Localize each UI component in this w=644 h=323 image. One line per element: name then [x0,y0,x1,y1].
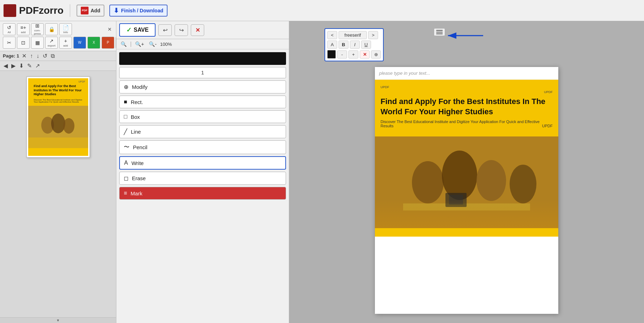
svg-point-10 [476,160,506,201]
undo-button[interactable]: ↩ [158,24,172,36]
export-button[interactable]: ↗ export [45,37,58,49]
next-thumbnail-button[interactable]: ▶ [11,62,16,69]
sidebar-scroll-bottom[interactable]: ▼ [0,317,116,323]
delete-page-button[interactable]: ✕ [21,53,27,59]
drawing-tools-list: 1 ⊕ Modify ■ Rect. □ Box ╱ Line 〜 Pencil [116,49,289,323]
zoom-fit-button[interactable]: 🔍 [119,41,128,48]
copy-page-button[interactable]: ⧉ [50,53,55,59]
compress-icon: ⊞ [35,23,40,29]
add2-button[interactable]: + add [59,37,72,49]
pdf-watermark: UPDF [542,124,553,128]
redo-button[interactable]: ↪ [175,24,188,36]
prev-thumbnail-button[interactable]: ◀ [3,62,8,69]
share-page-button[interactable]: ↗ [35,62,41,69]
hamburger-menu-button[interactable] [434,28,445,36]
modify-tool-button[interactable]: ⊕ Modify [119,80,286,93]
save-button[interactable]: ✓ SAVE [119,23,156,37]
move-text-button[interactable]: ⊕ [371,50,381,59]
copy-button[interactable]: ⊡ [17,37,30,49]
checkmark-icon: ✓ [126,26,132,34]
bold-button[interactable]: B [339,41,348,49]
text-formatting-toolbar: < freeserif > A B I U - + ✕ ⊕ [324,28,384,61]
zoom-out-button[interactable]: 🔍- [147,41,158,48]
close-toolbar-button[interactable]: ✕ [106,26,113,33]
cancel-button[interactable]: ✕ [191,24,204,36]
add2-label: add [63,44,68,48]
increase-size-button[interactable]: + [348,50,358,59]
finish-download-button[interactable]: ⬇ Finish / Download [109,5,168,17]
svg-point-9 [442,151,477,200]
color-picker[interactable] [119,52,286,65]
excel-btn[interactable]: X [87,37,100,49]
pdf-main-title: Find and Apply For the Best Institutes I… [381,97,553,117]
download-page-button[interactable]: ⬇ [18,62,24,69]
cut-button[interactable]: ✂ [3,37,16,49]
mark-label: Mark [130,190,142,196]
pdf-updf-top: UPDF [381,85,553,89]
pdf-updf-right: UPDF [381,90,553,94]
write-tool-button[interactable]: A Write [119,156,286,170]
mark-tool-button[interactable]: ≡ Mark [119,187,286,200]
compress-button[interactable]: ⊞ com- press [31,23,44,35]
line-tool-button[interactable]: ╱ Line [119,125,286,138]
erase-tool-button[interactable]: ◻ Erase [119,172,286,185]
add2-icon: + [64,38,67,44]
erase-label: Erase [132,175,146,181]
thumb-people-image [28,106,88,148]
thumb-header: UPDF Find and Apply For the Best Institu… [28,78,88,106]
file-info-button[interactable]: 📄 Info [59,23,72,35]
thumb-image [28,106,88,148]
logo-text: PDFzorro [19,5,63,16]
prev-font-button[interactable]: < [327,31,337,39]
letter-a-button[interactable]: A [327,41,337,49]
add-button[interactable]: PDF Add [77,5,104,17]
toolbar-strip: ↺ All ≡+ add ⊞ com- press 🔒 📄 Info [0,21,116,51]
pencil-label: Pencil [133,144,147,150]
next-font-button[interactable]: > [368,31,378,39]
add-pages-button[interactable]: ≡+ add [17,23,30,35]
thumb-subtitle: Discover The Best Educational Institute … [31,98,85,104]
modify-icon: ⊕ [124,84,128,90]
rotate-all-button[interactable]: ↺ All [3,23,16,35]
copy-icon: ⊡ [21,40,25,46]
finish-label: Finish / Download [121,8,163,13]
add-pages-icon: ≡+ [20,25,26,31]
italic-button[interactable]: I [350,41,360,49]
lock-icon: 🔒 [49,26,55,32]
rect-tool-button[interactable]: ■ Rect. [119,96,286,108]
grid-button[interactable]: ▦ [31,37,44,49]
ppt-btn[interactable]: P [102,37,114,49]
toolbar-row-1: ↺ All ≡+ add ⊞ com- press 🔒 📄 Info [3,23,113,35]
text-tb-style-row: A B I U [327,41,381,49]
lock-button[interactable]: 🔒 [45,23,58,35]
decrease-size-button[interactable]: - [337,50,347,59]
arrow-indicator [444,30,487,42]
box-icon: □ [124,114,127,120]
font-size-input[interactable]: 1 [119,67,286,78]
info-label: Info [63,31,68,34]
edit-page-button[interactable]: ✎ [26,62,32,69]
all-label: All [8,31,11,34]
save-label: SAVE [134,27,148,33]
pencil-tool-button[interactable]: 〜 Pencil [119,140,286,154]
underline-button[interactable]: U [361,41,371,49]
pdf-yellow-section: UPDF UPDF Find and Apply For the Best In… [375,80,558,136]
svg-point-3 [63,118,74,134]
modify-label: Modify [132,84,147,90]
move-page-down-button[interactable]: ↓ [36,53,40,59]
box-tool-button[interactable]: □ Box [119,110,286,123]
eraser-icon: ◻ [124,175,128,182]
rotate-page-button[interactable]: ↺ [42,53,48,59]
rotate-icon: ↺ [7,25,11,31]
scissors-icon: ✂ [7,40,11,46]
zoom-in-button[interactable]: 🔍+ [134,41,145,48]
word-btn[interactable]: W [73,37,86,49]
move-page-up-button[interactable]: ↑ [29,53,34,59]
text-input-area[interactable]: please type in your text... [375,67,558,79]
line-label: Line [131,129,141,135]
text-color-picker[interactable] [327,50,336,59]
zoom-separator: | [130,41,132,47]
thumbnail-content: UPDF Find and Apply For the Best Institu… [28,78,88,156]
page-thumbnail[interactable]: UPDF Find and Apply For the Best Institu… [26,77,90,158]
delete-text-button[interactable]: ✕ [360,50,370,59]
